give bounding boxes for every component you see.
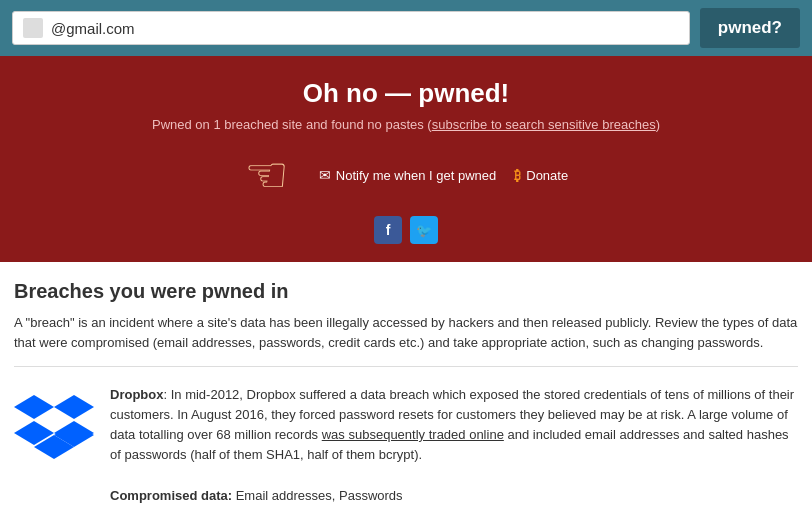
pointing-hand-icon: ☞ — [244, 146, 289, 204]
url-input[interactable] — [51, 20, 679, 37]
twitter-letter: 🐦 — [416, 223, 432, 238]
social-icons: f 🐦 — [20, 216, 792, 244]
breaches-title: Breaches you were pwned in — [14, 280, 798, 303]
breaches-description: A "breach" is an incident where a site's… — [14, 313, 798, 367]
subscribe-link[interactable]: subscribe to search sensitive breaches — [432, 117, 656, 132]
svg-marker-0 — [14, 395, 54, 419]
svg-marker-1 — [54, 395, 94, 419]
breach-item: Dropbox: In mid-2012, Dropbox suffered a… — [14, 385, 798, 506]
donate-label: Donate — [526, 168, 568, 183]
donate-link[interactable]: ₿ Donate — [514, 168, 568, 183]
result-subtitle: Pwned on 1 breached site and found no pa… — [20, 117, 792, 132]
compromised-label: Compromised data: Email addresses, Passw… — [110, 488, 403, 503]
action-links: ✉ Notify me when I get pwned ₿ Donate — [319, 167, 568, 183]
twitter-icon[interactable]: 🐦 — [410, 216, 438, 244]
pwned-button[interactable]: pwned? — [700, 8, 800, 48]
result-title: Oh no — pwned! — [20, 78, 792, 109]
favicon — [23, 18, 43, 38]
dropbox-logo — [14, 385, 94, 465]
notify-link[interactable]: ✉ Notify me when I get pwned — [319, 167, 496, 183]
header: pwned? — [0, 0, 812, 56]
breach-info: Dropbox: In mid-2012, Dropbox suffered a… — [110, 385, 798, 506]
notify-label: Notify me when I get pwned — [336, 168, 496, 183]
breaches-section: Breaches you were pwned in A "breach" is… — [0, 262, 812, 511]
breach-trade-link[interactable]: was subsequently traded online — [322, 427, 504, 442]
bitcoin-icon: ₿ — [514, 168, 521, 183]
search-box — [12, 11, 690, 45]
result-section: Oh no — pwned! Pwned on 1 breached site … — [0, 56, 812, 262]
compromised-data: Email addresses, Passwords — [236, 488, 403, 503]
action-row: ☞ ✉ Notify me when I get pwned ₿ Donate — [20, 146, 792, 204]
breach-company-name: Dropbox: — [110, 387, 171, 402]
facebook-icon[interactable]: f — [374, 216, 402, 244]
facebook-letter: f — [386, 222, 391, 238]
envelope-icon: ✉ — [319, 167, 331, 183]
